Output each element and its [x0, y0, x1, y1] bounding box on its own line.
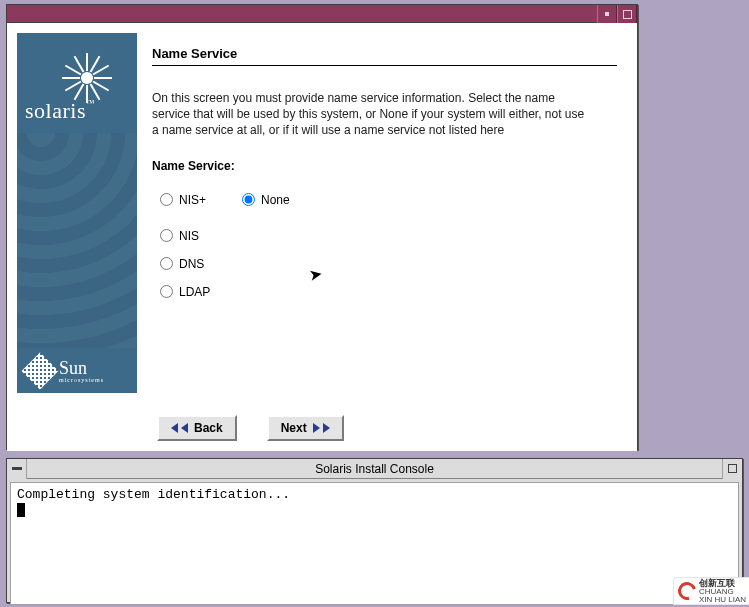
- sun-vendor-text: Sun: [59, 358, 87, 378]
- titlebar-maximize-button[interactable]: [617, 5, 637, 23]
- console-output: Completing system identification...: [10, 482, 739, 605]
- sun-rays-icon: [62, 53, 112, 103]
- wizard-button-row: Back Next: [17, 405, 627, 441]
- radio-none-input[interactable]: [242, 193, 255, 206]
- console-titlebar: Solaris Install Console: [7, 459, 742, 479]
- sun-vendor-sub: microsystems: [59, 377, 104, 383]
- installer-window: solaris™ Sun microsystems Name Service O…: [6, 4, 638, 450]
- solaris-logo-text: solaris™: [25, 98, 95, 124]
- console-window: Solaris Install Console Completing syste…: [6, 458, 743, 603]
- name-service-label: Name Service:: [152, 159, 617, 173]
- radio-dns-label: DNS: [179, 257, 204, 271]
- radio-none[interactable]: None: [242, 193, 290, 207]
- radio-none-label: None: [261, 193, 290, 207]
- radio-nis-label: NIS: [179, 229, 199, 243]
- watermark-logo: 创新互联 CHUANG XIN HU LIAN: [673, 577, 749, 605]
- text-cursor-icon: [17, 503, 25, 517]
- radio-dns[interactable]: DNS: [160, 257, 617, 271]
- back-button-label: Back: [194, 421, 223, 435]
- console-maximize-button[interactable]: [722, 459, 742, 479]
- installer-body: solaris™ Sun microsystems Name Service O…: [7, 23, 637, 451]
- back-button[interactable]: Back: [157, 415, 237, 441]
- next-button-label: Next: [281, 421, 307, 435]
- console-title-text: Solaris Install Console: [27, 462, 722, 476]
- sun-diamond-icon: [22, 352, 59, 389]
- console-line-1: Completing system identification...: [17, 487, 290, 502]
- radio-dns-input[interactable]: [160, 257, 173, 270]
- watermark-bottom: CHUANG XIN HU LIAN: [699, 587, 746, 604]
- radio-ldap-input[interactable]: [160, 285, 173, 298]
- next-button[interactable]: Next: [267, 415, 344, 441]
- installer-titlebar: [7, 5, 637, 23]
- main-pane: Name Service On this screen you must pro…: [147, 33, 627, 393]
- radio-ldap[interactable]: LDAP: [160, 285, 617, 299]
- titlebar-minimize-button[interactable]: [597, 5, 617, 23]
- radio-nis-plus[interactable]: NIS+: [160, 193, 206, 207]
- branding-sidebar: solaris™ Sun microsystems: [17, 33, 137, 393]
- radio-nis-input[interactable]: [160, 229, 173, 242]
- radio-ldap-label: LDAP: [179, 285, 210, 299]
- radio-nis-plus-input[interactable]: [160, 193, 173, 206]
- page-title: Name Service: [152, 46, 617, 61]
- radio-nis[interactable]: NIS: [160, 229, 617, 243]
- chevron-left-icon: [181, 423, 188, 433]
- radio-nis-plus-label: NIS+: [179, 193, 206, 207]
- chevron-left-icon: [171, 423, 178, 433]
- sun-logo: Sun microsystems: [17, 348, 137, 393]
- title-divider: [152, 65, 617, 66]
- chevron-right-icon: [313, 423, 320, 433]
- page-description: On this screen you must provide name ser…: [152, 90, 592, 139]
- watermark-c-icon: [675, 579, 700, 604]
- chevron-right-icon: [323, 423, 330, 433]
- console-menu-button[interactable]: [7, 459, 27, 479]
